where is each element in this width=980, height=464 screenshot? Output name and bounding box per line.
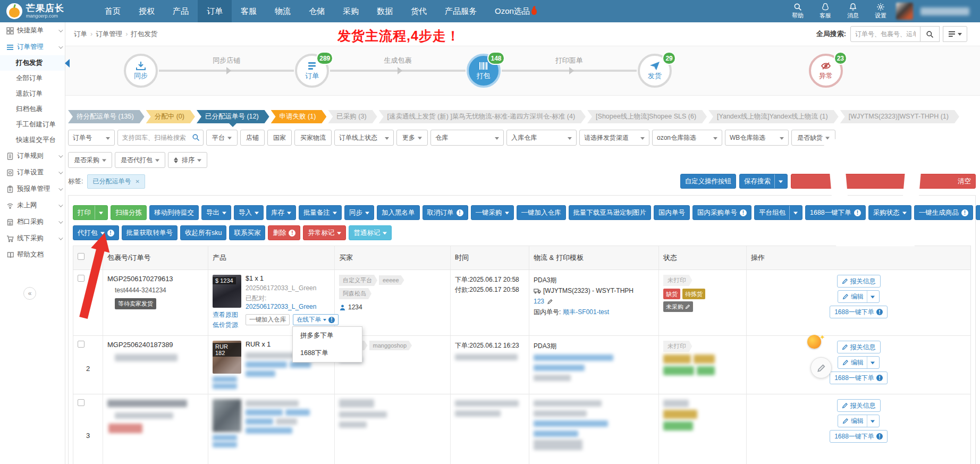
filter-select-仓库[interactable]: 仓库: [430, 130, 504, 146]
package-number[interactable]: MGP2506240187389: [107, 341, 204, 349]
active-filter-tag[interactable]: 已分配运单号: [87, 174, 145, 189]
edit-button[interactable]: 编辑: [838, 415, 880, 427]
toolbar-button-批量备注[interactable]: 批量备注: [299, 205, 342, 220]
breadcrumb-item[interactable]: 订单: [74, 30, 87, 39]
nav-item-Ozon选品[interactable]: Ozon选品: [486, 0, 546, 22]
product-image[interactable]: $ 1234: [213, 275, 241, 308]
edit-button[interactable]: 编辑: [838, 356, 880, 369]
action-button-保存搜索[interactable]: 保存搜索: [739, 174, 788, 189]
sidebar-subitem-归档包裹[interactable]: 归档包裹: [0, 102, 65, 117]
toolbar-button-国内单号[interactable]: 国内单号: [654, 205, 690, 220]
promo-float-icon[interactable]: [807, 335, 825, 353]
global-search-input[interactable]: [850, 26, 920, 42]
sidebar-item-线下采购[interactable]: 线下采购: [0, 230, 65, 247]
nav-tool-帮助[interactable]: 帮助: [785, 0, 810, 22]
flow-step-同步[interactable]: 同步: [124, 54, 158, 88]
customs-info-button[interactable]: 报关信息: [837, 399, 881, 412]
global-search-button[interactable]: [920, 26, 940, 42]
sidebar-subitem-退款订单[interactable]: 退款订单: [0, 86, 65, 102]
toolbar-button-移动到待提交[interactable]: 移动到待提交: [149, 205, 199, 220]
nav-item-产品[interactable]: 产品: [164, 0, 198, 22]
sidebar-item-订单管理[interactable]: 订单管理: [0, 39, 65, 55]
tab-分配中 (0)[interactable]: 分配中 (0): [146, 110, 195, 123]
username-blurred[interactable]: [920, 7, 969, 15]
nav-item-授权[interactable]: 授权: [130, 0, 164, 22]
toolbar-button-打印[interactable]: 打印: [73, 205, 108, 220]
filter-select-请选择发货渠道[interactable]: 请选择发货渠道: [579, 130, 649, 146]
menu-item-1688-order[interactable]: 1688下单: [293, 344, 362, 362]
search-type-dropdown[interactable]: [943, 26, 967, 42]
tab-已采购 (3)[interactable]: 已采购 (3): [328, 110, 377, 123]
tab-[速卖通线上发货 (新)[interactable]: [速卖通线上发货 (新) ]菜鸟无忧物流-标准-递四方深圳仓-标准 (4): [379, 110, 586, 123]
toolbar-button-1688一键下单[interactable]: 1688一键下单: [805, 205, 866, 220]
sidebar-item-帮助文档[interactable]: 帮助文档: [0, 247, 65, 263]
nav-item-货代[interactable]: 货代: [402, 0, 436, 22]
scan-search-input[interactable]: [117, 130, 204, 146]
breadcrumb-item[interactable]: 订单管理: [96, 30, 122, 39]
toolbar-button-一键加入仓库[interactable]: 一键加入仓库: [517, 205, 566, 220]
filter-select-订单号[interactable]: 订单号: [68, 130, 115, 146]
filter-select-订单线上状态[interactable]: 订单线上状态: [334, 130, 394, 146]
sidebar-subitem-打包发货[interactable]: 打包发货: [0, 55, 65, 71]
toolbar-button-导出[interactable]: 导出: [201, 205, 231, 220]
nav-item-仓储[interactable]: 仓储: [300, 0, 334, 22]
flow-step-异常[interactable]: 异常23: [809, 54, 843, 88]
remove-tag-icon[interactable]: [135, 178, 139, 185]
view-original-image-link[interactable]: 查看原图: [213, 310, 241, 319]
sidebar-subitem-快速提交平台[interactable]: 快速提交平台: [0, 132, 65, 148]
customs-info-button[interactable]: 报关信息: [837, 275, 881, 288]
toolbar-button-国内采购单号[interactable]: 国内采购单号: [692, 205, 751, 220]
toolbar-button-采购状态[interactable]: 采购状态: [868, 205, 911, 220]
filter-select-WB仓库筛选[interactable]: WB仓库筛选: [725, 130, 789, 146]
toolbar-button-扫描分拣[interactable]: 扫描分拣: [111, 205, 147, 220]
filter-button-买家物流[interactable]: 买家物流: [294, 130, 332, 146]
nav-item-数据[interactable]: 数据: [368, 0, 402, 22]
toolbar-button-库存[interactable]: 库存: [266, 205, 296, 220]
buyer-name[interactable]: 1234: [348, 303, 362, 311]
tab-已分配运单号 (12)[interactable]: 已分配运单号 (12): [197, 110, 269, 123]
sidebar-item-订单设置[interactable]: 订单设置: [0, 164, 65, 181]
breadcrumb-item[interactable]: 打包发货: [131, 30, 157, 39]
toolbar-button-加入产品监控[interactable]: 加入产品监控: [976, 205, 980, 220]
online-order-button[interactable]: 在线下单: [293, 314, 339, 325]
edit-button[interactable]: 编辑: [838, 290, 880, 303]
toolbar-button-代打包[interactable]: 代打包: [73, 225, 119, 240]
toolbar-button-同步[interactable]: 同步: [344, 205, 374, 220]
action-button-清空[interactable]: 清空: [791, 174, 976, 189]
filter-button-是否代打包[interactable]: 是否代打包: [115, 152, 165, 168]
filter-button-是否采购[interactable]: 是否采购: [68, 152, 112, 168]
filter-button-平台[interactable]: 平台: [206, 130, 238, 146]
product-image[interactable]: RUR 182: [213, 341, 241, 374]
nav-tool-设置[interactable]: 设置: [868, 0, 893, 22]
nav-item-首页[interactable]: 首页: [96, 0, 130, 22]
menu-item-pinduoduo-order[interactable]: 拼多多下单: [293, 327, 362, 344]
paired-sku-link[interactable]: 202506172033_L_Green: [246, 303, 316, 310]
action-button-自定义操作按钮[interactable]: 自定义操作按钮: [680, 174, 737, 189]
row-checkbox[interactable]: [78, 275, 85, 282]
package-number[interactable]: MGP2506170279613: [107, 275, 204, 283]
sidebar-collapse-button[interactable]: [23, 287, 36, 300]
select-all-checkbox[interactable]: [78, 253, 85, 260]
toolbar-button-取消订单[interactable]: 取消订单: [423, 205, 468, 220]
toolbar-button-平台组包[interactable]: 平台组包: [754, 205, 802, 220]
order-1688-button[interactable]: 1688一键下单: [830, 372, 888, 384]
nav-item-产品服务[interactable]: 产品服务: [436, 0, 486, 22]
toolbar-button-批量获取转单号[interactable]: 批量获取转单号: [122, 225, 178, 240]
tab-[Yandex线上物流][interactable]: [Yandex线上物流]Yandex线上物流 (1): [708, 110, 839, 123]
not-purchased-badge[interactable]: 未采购: [663, 301, 693, 312]
domestic-tracking-link[interactable]: 顺丰-SF001-test: [563, 307, 609, 317]
filter-select-ozon仓库筛选[interactable]: ozon仓库筛选: [652, 130, 722, 146]
toolbar-button-一键采购[interactable]: 一键采购: [471, 205, 514, 220]
order-number[interactable]: test4444-3241234: [115, 286, 204, 294]
sidebar-item-订单规则[interactable]: 订单规则: [0, 148, 65, 164]
filter-button-国家[interactable]: 国家: [267, 130, 292, 146]
nav-tool-消息[interactable]: 消息: [841, 0, 865, 22]
nav-item-订单[interactable]: 订单: [198, 0, 232, 22]
filter-button-更多[interactable]: 更多: [396, 130, 428, 146]
filter-button-店铺[interactable]: 店铺: [240, 130, 265, 146]
toolbar-button-收起所有sku[interactable]: 收起所有sku: [180, 225, 226, 240]
flow-step-发货[interactable]: 发货29: [638, 54, 672, 88]
order-1688-button[interactable]: 1688一键下单: [830, 306, 888, 318]
nav-item-客服[interactable]: 客服: [232, 0, 266, 22]
toolbar-button-导入[interactable]: 导入: [234, 205, 264, 220]
